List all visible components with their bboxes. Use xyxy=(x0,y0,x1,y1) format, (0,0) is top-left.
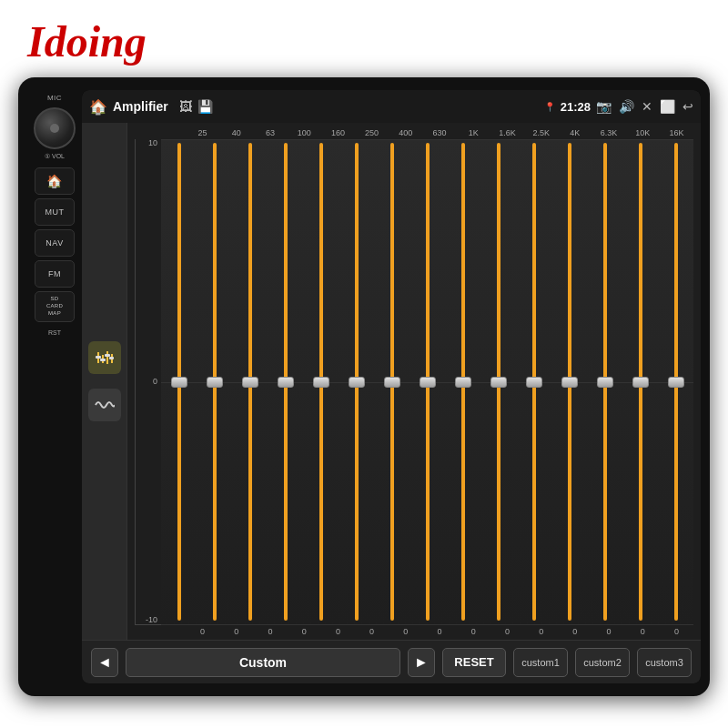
bottom-val-1.6K: 0 xyxy=(490,627,524,636)
slider-track-10K xyxy=(639,143,642,621)
volume-knob[interactable] xyxy=(34,107,76,149)
nav-button[interactable]: NAV xyxy=(35,229,75,257)
speaker-icon[interactable]: 🔊 xyxy=(619,99,634,114)
back-icon[interactable]: ↩ xyxy=(682,99,693,114)
bottom-values: 000000000000000 xyxy=(135,627,693,636)
slider-thumb-100[interactable] xyxy=(278,377,294,388)
mic-label: MIC xyxy=(47,94,62,102)
y-label-neg10: -10 xyxy=(146,616,157,624)
slider-col-160[interactable] xyxy=(303,139,339,624)
bottom-val-16K: 0 xyxy=(660,627,693,636)
slider-col-4K[interactable] xyxy=(551,139,587,624)
slider-thumb-10K[interactable] xyxy=(632,377,649,388)
screen-area: 🏠 Amplifier 🖼 💾 📍 21:28 📷 🔊 ✕ ⬜ ↩ xyxy=(82,90,701,683)
slider-thumb-1K[interactable] xyxy=(455,377,471,388)
slider-col-2.5K[interactable] xyxy=(516,139,551,624)
slider-track-2.5K xyxy=(532,143,536,621)
slider-col-10K[interactable] xyxy=(622,139,658,624)
freq-2p5k: 2.5K xyxy=(524,128,558,137)
svg-rect-5 xyxy=(100,359,106,361)
slider-thumb-16K[interactable] xyxy=(668,377,684,388)
slider-thumb-40[interactable] xyxy=(207,377,223,388)
freq-160: 160 xyxy=(321,128,355,137)
eq-sliders-icon[interactable] xyxy=(88,341,121,374)
slider-col-40[interactable] xyxy=(197,139,232,624)
y-label-10: 10 xyxy=(148,139,157,147)
vol-label: ① VOL xyxy=(45,153,65,160)
topbar-home-icon[interactable]: 🏠 xyxy=(89,98,107,116)
slider-thumb-400[interactable] xyxy=(384,377,400,388)
slider-track-400 xyxy=(390,143,394,621)
freq-1p6k: 1.6K xyxy=(490,128,524,137)
window-icon[interactable]: ⬜ xyxy=(660,99,675,114)
bottom-val-160: 0 xyxy=(321,627,355,636)
slider-thumb-630[interactable] xyxy=(420,377,436,388)
slider-thumb-1.6K[interactable] xyxy=(490,377,507,388)
preset-name-button[interactable]: Custom xyxy=(126,648,400,677)
slider-col-1.6K[interactable] xyxy=(480,139,516,624)
slider-track-25 xyxy=(177,143,181,621)
slider-track-1K xyxy=(461,143,465,621)
slider-track-16K xyxy=(674,143,678,621)
sdcard-button[interactable]: SDCARDMAP xyxy=(35,291,75,322)
eq-sidebar xyxy=(82,123,127,640)
bottom-val-4K: 0 xyxy=(558,627,592,636)
close-icon[interactable]: ✕ xyxy=(642,99,652,114)
slider-track-4K xyxy=(568,143,571,621)
slider-thumb-63[interactable] xyxy=(242,377,258,388)
freq-400: 400 xyxy=(389,128,422,137)
slider-thumb-250[interactable] xyxy=(349,377,365,388)
svg-rect-7 xyxy=(109,357,114,359)
slider-thumb-160[interactable] xyxy=(313,377,329,388)
bottom-val-10K: 0 xyxy=(626,627,660,636)
slider-track-160 xyxy=(319,143,323,621)
mute-button[interactable]: MUT xyxy=(35,198,75,226)
slider-thumb-6.3K[interactable] xyxy=(597,377,613,388)
topbar-title: Amplifier xyxy=(113,99,168,114)
eq-chart: 10 0 -10 xyxy=(135,139,693,625)
bottom-bar: ◄ Custom ► RESET custom1 custom2 custom3 xyxy=(82,640,701,683)
y-axis: 10 0 -10 xyxy=(136,139,161,624)
slider-col-250[interactable] xyxy=(339,139,374,624)
device-outer: MIC ① VOL 🏠 MUT NAV FM SDCARDMAP RST 🏠 A… xyxy=(18,77,710,696)
prev-button[interactable]: ◄ xyxy=(91,648,118,677)
bottom-val-400: 0 xyxy=(389,627,422,636)
bottom-val-63: 0 xyxy=(253,627,287,636)
eq-wave-icon[interactable] xyxy=(88,389,121,421)
bottom-val-6.3K: 0 xyxy=(592,627,625,636)
eq-content: 25 40 63 100 160 250 400 630 1K 1.6K 2.5… xyxy=(127,123,701,640)
camera-icon[interactable]: 📷 xyxy=(596,99,612,114)
slider-col-630[interactable] xyxy=(410,139,445,624)
svg-rect-4 xyxy=(96,356,101,359)
y-label-0: 0 xyxy=(153,378,157,386)
reset-button[interactable]: RESET xyxy=(442,648,506,677)
freq-63: 63 xyxy=(253,128,287,137)
slider-col-6.3K[interactable] xyxy=(587,139,622,624)
slider-thumb-25[interactable] xyxy=(171,377,187,388)
slider-track-1.6K xyxy=(497,143,500,621)
slider-col-63[interactable] xyxy=(232,139,268,624)
freq-250: 250 xyxy=(355,128,389,137)
next-button[interactable]: ► xyxy=(408,648,435,677)
custom2-button[interactable]: custom2 xyxy=(575,648,630,677)
slider-thumb-2.5K[interactable] xyxy=(526,377,542,388)
slider-col-1K[interactable] xyxy=(445,139,480,624)
home-button[interactable]: 🏠 xyxy=(35,167,75,195)
slider-track-250 xyxy=(355,143,359,621)
slider-col-100[interactable] xyxy=(268,139,303,624)
sliders-container xyxy=(161,139,693,624)
fm-button[interactable]: FM xyxy=(35,260,75,288)
freq-6p3k: 6.3K xyxy=(592,128,625,137)
eq-main: 25 40 63 100 160 250 400 630 1K 1.6K 2.5… xyxy=(82,123,701,640)
slider-col-16K[interactable] xyxy=(658,139,693,624)
slider-track-100 xyxy=(284,143,288,621)
left-panel: MIC ① VOL 🏠 MUT NAV FM SDCARDMAP RST xyxy=(27,90,82,683)
freq-10k: 10K xyxy=(626,128,660,137)
slider-thumb-4K[interactable] xyxy=(561,377,578,388)
freq-1k: 1K xyxy=(457,128,490,137)
slider-col-25[interactable] xyxy=(161,139,197,624)
custom1-button[interactable]: custom1 xyxy=(513,648,568,677)
bottom-val-100: 0 xyxy=(288,627,321,636)
slider-col-400[interactable] xyxy=(374,139,410,624)
custom3-button[interactable]: custom3 xyxy=(637,648,692,677)
